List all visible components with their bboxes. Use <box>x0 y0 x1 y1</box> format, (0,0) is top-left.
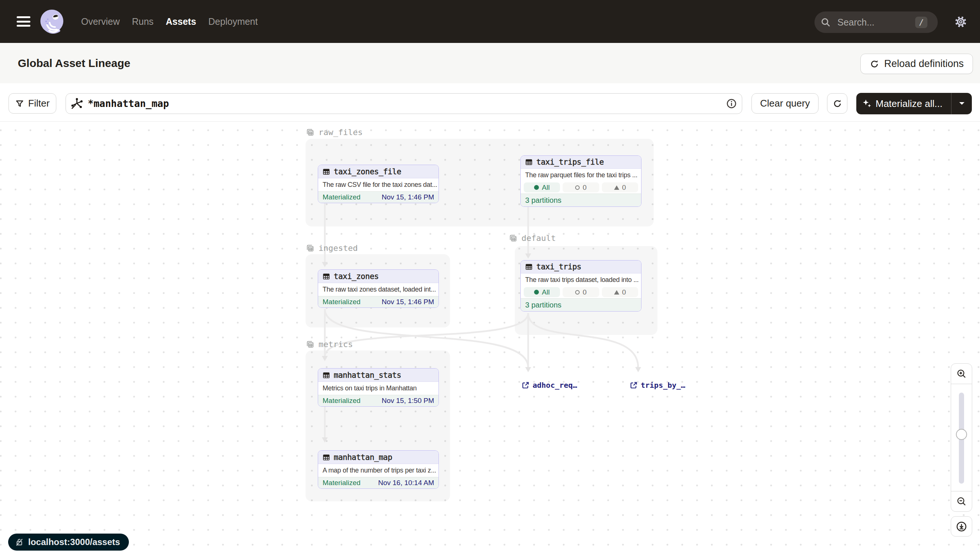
asset-description: The raw parquet files for the taxi trips… <box>521 169 641 181</box>
refresh-button[interactable] <box>827 93 847 113</box>
table-icon <box>323 168 330 176</box>
dot-icon <box>534 185 539 190</box>
group-label-raw_files[interactable]: raw_files <box>306 127 362 137</box>
table-icon <box>323 454 330 461</box>
zoom-out-button[interactable] <box>951 491 972 511</box>
circle-icon <box>575 290 580 295</box>
asset-node-header: taxi_zones_file <box>318 165 438 178</box>
status-timestamp: Nov 15, 1:46 PM <box>382 298 434 306</box>
zoom-slider[interactable] <box>951 384 972 491</box>
search-placeholder: Search... <box>837 17 915 28</box>
search-icon <box>820 17 831 27</box>
chevron-down-icon <box>959 102 965 106</box>
asset-node-taxi_trips[interactable]: taxi_trips The raw taxi trips dataset, l… <box>520 260 641 312</box>
external-asset-trips_by_week[interactable]: trips_by_… <box>630 381 685 390</box>
triangle-icon <box>614 185 619 190</box>
asset-node-taxi_zones_file[interactable]: taxi_zones_file The raw CSV file for the… <box>318 165 439 203</box>
download-icon <box>956 521 967 532</box>
asset-group-icon <box>306 128 315 136</box>
materialize-all-main[interactable]: Materialize all... <box>856 98 951 110</box>
partition-pill-failed[interactable]: 0 <box>563 287 599 297</box>
edge-taxi_zones-adhoc_request <box>325 309 528 368</box>
asset-group-icon <box>306 244 315 252</box>
asset-node-header: taxi_trips <box>521 261 641 274</box>
partition-health-row: All 0 0 <box>521 181 641 194</box>
asset-group-icon <box>306 340 315 349</box>
asset-group-icon <box>509 234 517 242</box>
status-materialized: Materialized <box>323 193 361 201</box>
asset-description: The raw taxi trips dataset, loaded into … <box>521 274 641 286</box>
status-materialized: Materialized <box>323 479 361 487</box>
asset-description: A map of the number of trips per taxi z.… <box>318 464 438 477</box>
asset-status-row: Materialized Nov 16, 10:14 AM <box>318 477 438 488</box>
table-icon <box>323 273 330 280</box>
lineage-canvas[interactable]: raw_files ingested default <box>0 122 980 558</box>
asset-status-row: Materialized Nov 15, 1:46 PM <box>318 296 438 307</box>
partition-pill-missing[interactable]: 0 <box>602 287 638 297</box>
materialize-dropdown-toggle[interactable] <box>951 93 972 114</box>
partition-count: 3 partitions <box>521 194 641 207</box>
asset-query-value: *manhattan_map <box>88 98 726 109</box>
nav-assets[interactable]: Assets <box>166 16 196 27</box>
gear-icon[interactable] <box>954 15 967 28</box>
partition-pill-missing[interactable]: 0 <box>602 182 638 192</box>
group-label-metrics[interactable]: metrics <box>306 339 353 349</box>
download-image-button[interactable] <box>951 516 972 537</box>
asset-node-header: manhattan_map <box>318 451 438 464</box>
partition-count: 3 partitions <box>521 298 641 311</box>
filter-button[interactable]: Filter <box>8 93 56 113</box>
table-icon <box>525 158 533 166</box>
dagster-logo[interactable] <box>40 9 64 34</box>
partition-pill-all[interactable]: All <box>524 182 560 192</box>
top-nav-bar: Overview Runs Assets Deployment Search..… <box>0 0 980 43</box>
table-icon <box>525 263 533 271</box>
asset-node-manhattan_stats[interactable]: manhattan_stats Metrics on taxi trips in… <box>318 368 439 407</box>
status-timestamp: Nov 15, 1:46 PM <box>382 193 434 201</box>
edge-taxi_trips-trips_by_week <box>528 313 638 368</box>
external-link-icon <box>630 381 638 389</box>
asset-node-taxi_trips_file[interactable]: taxi_trips_file The raw parquet files fo… <box>520 156 641 207</box>
asset-description: The raw CSV file for the taxi zones dat.… <box>318 178 438 191</box>
partition-pill-failed[interactable]: 0 <box>563 182 599 192</box>
dot-icon <box>534 290 539 295</box>
page-header: Global Asset Lineage Reload definitions <box>0 43 980 83</box>
asset-node-header: taxi_trips_file <box>521 156 641 169</box>
asset-description: Metrics on taxi trips in Manhattan <box>318 382 438 395</box>
status-materialized: Materialized <box>323 397 361 405</box>
partition-pill-all[interactable]: All <box>524 287 560 297</box>
external-asset-adhoc_request[interactable]: adhoc_req… <box>522 381 577 390</box>
nav-deployment[interactable]: Deployment <box>209 16 258 27</box>
group-label-default[interactable]: default <box>509 233 556 243</box>
lineage-edges <box>0 122 980 558</box>
clear-query-button[interactable]: Clear query <box>751 93 819 113</box>
lineage-query-icon <box>70 97 83 110</box>
table-icon <box>323 371 330 379</box>
zoom-controls <box>951 363 972 512</box>
group-label-ingested[interactable]: ingested <box>306 243 358 253</box>
edge-taxi_trips-manhattan_stats <box>325 313 528 356</box>
zoom-out-icon <box>956 496 967 507</box>
status-timestamp: Nov 15, 1:50 PM <box>382 397 434 405</box>
external-link-icon <box>522 381 530 389</box>
hamburger-menu-icon[interactable] <box>16 16 30 27</box>
zoom-slider-handle[interactable] <box>956 429 967 440</box>
page-title: Global Asset Lineage <box>18 43 130 83</box>
asset-node-header: taxi_zones <box>318 270 438 283</box>
status-materialized: Materialized <box>323 298 361 306</box>
zoom-in-button[interactable] <box>951 364 972 384</box>
reload-definitions-button[interactable]: Reload definitions <box>860 54 973 74</box>
search-input[interactable]: Search... / <box>814 11 938 33</box>
lineage-toolbar: Filter *manhattan_map Clea <box>0 83 980 122</box>
zoom-in-icon <box>956 369 967 379</box>
info-icon[interactable] <box>726 98 737 109</box>
materialize-all-button[interactable]: Materialize all... <box>856 93 972 114</box>
asset-query-input[interactable]: *manhattan_map <box>66 93 742 114</box>
nav-overview[interactable]: Overview <box>81 16 120 27</box>
search-shortcut-badge: / <box>915 16 927 28</box>
triangle-icon <box>614 290 619 295</box>
asset-node-header: manhattan_stats <box>318 369 438 382</box>
asset-node-manhattan_map[interactable]: manhattan_map A map of the number of tri… <box>318 450 439 489</box>
asset-node-taxi_zones[interactable]: taxi_zones The raw taxi zones dataset, l… <box>318 269 439 308</box>
nav-runs[interactable]: Runs <box>132 16 153 27</box>
circle-icon <box>575 185 580 190</box>
